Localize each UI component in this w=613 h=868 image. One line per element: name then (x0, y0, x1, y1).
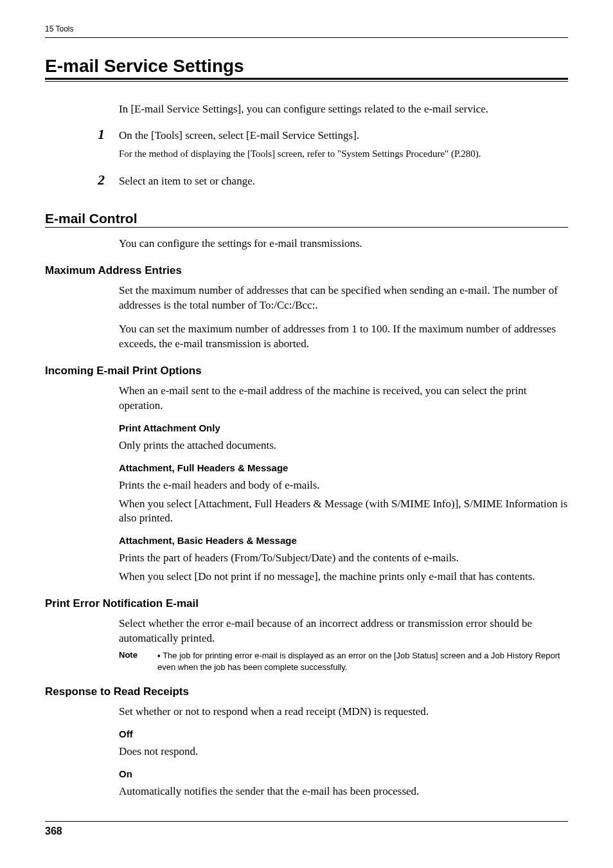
step-number: 1 (98, 126, 119, 143)
control-intro: You can configure the settings for e-mai… (119, 237, 568, 251)
opt1-p: Only prints the attached documents. (119, 439, 568, 453)
opt3-p2: When you select [Do not print if no mess… (119, 570, 568, 584)
h2-rule (45, 227, 568, 228)
header-label: 15 Tools (45, 24, 568, 33)
incoming-p1: When an e-mail sent to the e-mail addres… (119, 384, 568, 413)
h4-off: Off (119, 728, 568, 739)
page-title: E-mail Service Settings (45, 56, 568, 77)
h1-rule-thick (45, 78, 568, 80)
read-rcpt-p: Set whether or not to respond when a rea… (119, 705, 568, 719)
step-2: 2 Select an item to set or change. (98, 172, 568, 189)
h4-print-attachment-only: Print Attachment Only (119, 422, 568, 433)
max-addr-p1: Set the maximum number of addresses that… (119, 284, 568, 313)
h3-max-address: Maximum Address Entries (45, 264, 568, 277)
h3-read-receipts: Response to Read Receipts (45, 685, 568, 698)
h4-attachment-full: Attachment, Full Headers & Message (119, 462, 568, 473)
h1-rule-thin (45, 81, 568, 82)
off-p: Does not respond. (119, 745, 568, 759)
opt2-p2: When you select [Attachment, Full Header… (119, 497, 568, 527)
footer: 368 (45, 821, 568, 837)
step-1-sub: For the method of displaying the [Tools]… (119, 147, 568, 160)
on-p: Automatically notifies the sender that t… (119, 784, 568, 799)
opt3-p1: Prints the part of headers (From/To/Subj… (119, 551, 568, 566)
note-row: Note The job for printing error e-mail i… (119, 650, 568, 673)
header-rule (45, 37, 568, 38)
note-label: Note (119, 650, 157, 673)
h3-incoming: Incoming E-mail Print Options (45, 365, 568, 377)
intro-paragraph: In [E-mail Service Settings], you can co… (119, 102, 568, 117)
max-addr-p2: You can set the maximum number of addres… (119, 322, 568, 352)
h4-attachment-basic: Attachment, Basic Headers & Message (119, 535, 568, 546)
h3-print-error: Print Error Notification E-mail (45, 597, 568, 610)
page-number: 368 (45, 826, 568, 837)
print-err-p: Select whether the error e-mail because … (119, 617, 568, 646)
opt2-p1: Prints the e-mail headers and body of e-… (119, 478, 568, 493)
step-text: On the [Tools] screen, select [E-mail Se… (119, 129, 359, 143)
footer-rule (45, 821, 568, 822)
note-text: The job for printing error e-mail is dis… (157, 650, 568, 673)
step-number: 2 (98, 172, 119, 188)
step-1: 1 On the [Tools] screen, select [E-mail … (98, 126, 568, 143)
h2-email-control: E-mail Control (45, 211, 568, 226)
step-text: Select an item to set or change. (119, 174, 255, 189)
h4-on: On (119, 768, 568, 779)
